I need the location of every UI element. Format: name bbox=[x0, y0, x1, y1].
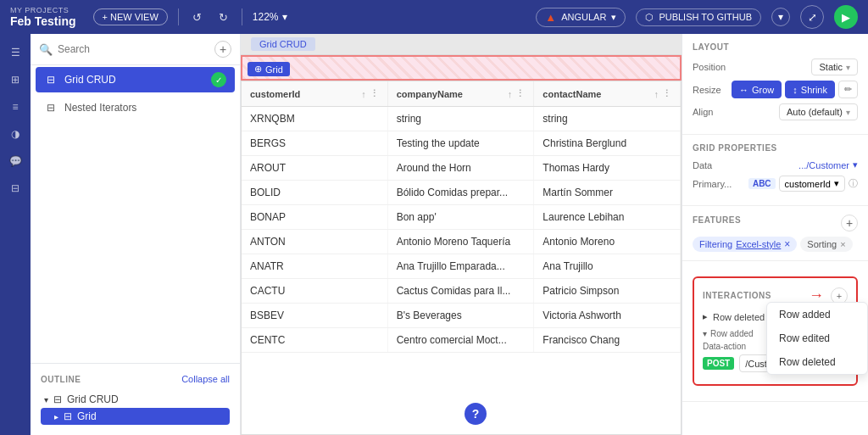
data-path[interactable]: .../Customer ▾ bbox=[798, 159, 858, 170]
position-select[interactable]: Static ▾ bbox=[811, 59, 858, 75]
help-button[interactable]: ? bbox=[465, 403, 487, 425]
menu-icon[interactable]: ⋮ bbox=[370, 88, 379, 99]
menu-icon2[interactable]: ⋮ bbox=[515, 88, 525, 99]
table-row[interactable]: BSBEV B's Beverages Victoria Ashworth bbox=[242, 304, 681, 328]
sidebar-icon-grid[interactable]: ⊟ bbox=[3, 176, 27, 200]
table-row[interactable]: ANTON Antonio Moreno Taquería Antonio Mo… bbox=[242, 230, 681, 254]
outline-title: OUTLINE bbox=[41, 375, 81, 384]
divider bbox=[178, 8, 179, 25]
table-row[interactable]: BERGS Testing the update Christina Bergl… bbox=[242, 131, 681, 156]
search-icon: 🔍 bbox=[39, 43, 53, 56]
sidebar-icon-data[interactable]: ≡ bbox=[3, 95, 27, 119]
table-row[interactable]: AROUT Around the Horn Thomas Hardy bbox=[242, 156, 681, 181]
cell-contact-name: Christina Berglund bbox=[534, 131, 681, 155]
share-button[interactable]: ⤢ bbox=[800, 5, 824, 29]
filter-tag: Filtering Excel-style × bbox=[693, 237, 797, 252]
collapse-all-button[interactable]: Collapse all bbox=[181, 374, 230, 384]
grid-handle-icon: ⊕ bbox=[254, 64, 262, 75]
table-row[interactable]: BONAP Bon app' Laurence Lebihan bbox=[242, 205, 681, 230]
align-value: Auto (default) bbox=[787, 107, 843, 117]
redo-button[interactable]: ↻ bbox=[215, 8, 231, 27]
sort-icon2[interactable]: ↑ bbox=[508, 89, 513, 99]
layout-section: LAYOUT Position Static ▾ Resize ↔ Grow ↕ bbox=[682, 34, 868, 135]
sorting-remove-button[interactable]: × bbox=[840, 239, 845, 249]
filter-style-label[interactable]: Excel-style bbox=[736, 239, 781, 249]
dropdown-row-deleted[interactable]: Row deleted bbox=[767, 350, 867, 374]
breadcrumb: Grid CRUD bbox=[251, 37, 315, 51]
active-badge: ✓ bbox=[211, 72, 226, 87]
align-row: Align Auto (default) ▾ bbox=[693, 103, 858, 120]
angular-chevron-icon: ▾ bbox=[611, 12, 616, 23]
sidebar-icon-chat[interactable]: 💬 bbox=[3, 149, 27, 173]
nav-item-label: Grid CRUD bbox=[64, 74, 204, 86]
resize-label: Resize bbox=[693, 85, 721, 95]
shrink-button[interactable]: ↕ Shrink bbox=[785, 81, 835, 98]
nav-item-nested[interactable]: ⊟ Nested Iterators bbox=[36, 96, 235, 120]
grow-button[interactable]: ↔ Grow bbox=[732, 81, 782, 98]
cell-contact-name: Martín Sommer bbox=[534, 181, 681, 204]
features-header: FEATURES + bbox=[693, 215, 858, 231]
resize-buttons: ↔ Grow ↕ Shrink ✏ bbox=[732, 81, 858, 98]
outline-node-grid-crud[interactable]: ▾ ⊟ Grid CRUD bbox=[41, 391, 230, 408]
nav-item-grid-crud[interactable]: ⊟ Grid CRUD ✓ bbox=[36, 67, 235, 92]
outline-node-grid-label: Grid bbox=[77, 410, 97, 422]
dropdown-row-edited[interactable]: Row edited bbox=[767, 326, 867, 350]
col-label: companyName bbox=[397, 89, 463, 99]
play-button[interactable]: ▶ bbox=[834, 5, 858, 29]
grid-props-title: GRID PROPERTIES bbox=[693, 143, 858, 153]
sidebar-icon-layers[interactable]: ☰ bbox=[3, 41, 27, 64]
table-row[interactable]: XRNQBM string string bbox=[242, 107, 681, 131]
resize-edit-button[interactable]: ✏ bbox=[838, 81, 858, 98]
col-actions: ↑ ⋮ bbox=[361, 88, 379, 99]
right-panel: LAYOUT Position Static ▾ Resize ↔ Grow ↕ bbox=[682, 34, 868, 435]
post-badge: POST bbox=[703, 357, 734, 370]
primary-select[interactable]: customerId ▾ bbox=[779, 176, 845, 192]
center-area: Grid CRUD ⊕ Grid customerId ↑ bbox=[241, 34, 682, 435]
search-input[interactable] bbox=[58, 43, 209, 55]
cell-contact-name: Antonio Moreno bbox=[534, 230, 681, 254]
dropdown-row-added[interactable]: Row added bbox=[767, 303, 867, 326]
info-icon[interactable]: ⓘ bbox=[849, 177, 858, 190]
cell-contact-name: Francisco Chang bbox=[534, 328, 681, 352]
primary-row: Primary... ABC customerId ▾ ⓘ bbox=[693, 176, 858, 192]
sorting-tag: Sorting × bbox=[800, 237, 852, 252]
add-feature-button[interactable]: + bbox=[841, 215, 858, 231]
publish-button[interactable]: ⬡ PUBLISH TO GITHUB bbox=[636, 8, 761, 26]
cell-company-name: Testing the update bbox=[388, 131, 535, 155]
col-label: customerId bbox=[250, 89, 300, 99]
table-row[interactable]: BOLID Bólido Comidas prepar... Martín So… bbox=[242, 181, 681, 205]
outline-node-label: Grid CRUD bbox=[67, 393, 119, 405]
filter-remove-button[interactable]: × bbox=[784, 238, 790, 250]
row-deleted-label: Row deleted bbox=[713, 312, 765, 322]
sidebar-icon-styles[interactable]: ◑ bbox=[3, 122, 27, 146]
sidebar-icon-components[interactable]: ⊞ bbox=[3, 68, 27, 92]
outline-tree: ▾ ⊟ Grid CRUD ▸ ⊟ Grid bbox=[37, 388, 233, 428]
table-row[interactable]: ANATR Ana Trujillo Emparada... Ana Truji… bbox=[242, 254, 681, 279]
publish-arrow-button[interactable]: ▾ bbox=[771, 8, 790, 26]
menu-icon3[interactable]: ⋮ bbox=[662, 88, 671, 99]
angular-badge: ▲ ANGULAR ▾ bbox=[536, 8, 626, 27]
add-view-button[interactable]: + bbox=[214, 41, 231, 58]
col-actions3: ↑ ⋮ bbox=[654, 88, 672, 99]
align-select[interactable]: Auto (default) ▾ bbox=[779, 103, 858, 120]
cell-company-name: Antonio Moreno Taquería bbox=[388, 230, 535, 254]
grid-rows-container: XRNQBM string string BERGS Testing the u… bbox=[242, 107, 681, 353]
zoom-control[interactable]: 122% ▾ bbox=[253, 11, 287, 23]
features-section: FEATURES + Filtering Excel-style × Sorti… bbox=[682, 206, 868, 261]
main-layout: ☰ ⊞ ≡ ◑ 💬 ⊟ 🔍 + ⊟ Grid CRUD ✓ ⊟ Nested I… bbox=[0, 34, 868, 435]
features-title: FEATURES bbox=[693, 215, 741, 225]
cell-company-name: Centro comercial Moct... bbox=[388, 328, 535, 352]
cell-contact-name: Ana Trujillo bbox=[534, 254, 681, 278]
sort-icon[interactable]: ↑ bbox=[361, 89, 366, 99]
cell-customer-id: BONAP bbox=[242, 205, 388, 229]
chevron-right-icon: ▸ bbox=[54, 412, 58, 421]
undo-button[interactable]: ↺ bbox=[189, 8, 205, 27]
new-view-button[interactable]: + NEW VIEW bbox=[93, 8, 168, 25]
sort-icon3[interactable]: ↑ bbox=[654, 89, 659, 99]
table-row[interactable]: CACTU Cactus Comidas para Il... Patricio… bbox=[242, 279, 681, 304]
cell-contact-name: string bbox=[534, 107, 681, 131]
interaction-dropdown: Row added Row edited Row deleted bbox=[766, 302, 868, 375]
outline-node-grid[interactable]: ▸ ⊟ Grid bbox=[41, 408, 230, 425]
table-row[interactable]: CENTC Centro comercial Moct... Francisco… bbox=[242, 328, 681, 353]
outline-section: OUTLINE Collapse all ▾ ⊟ Grid CRUD ▸ ⊟ G… bbox=[31, 363, 240, 435]
